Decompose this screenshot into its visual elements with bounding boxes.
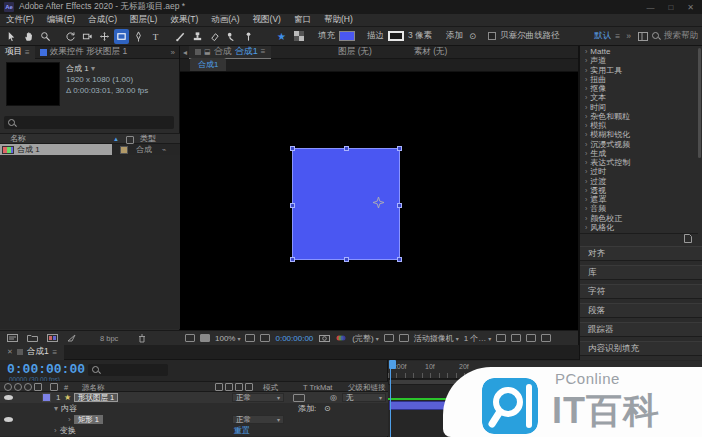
- trash-icon[interactable]: [136, 334, 148, 343]
- magnification-select[interactable]: 100%▾: [215, 334, 240, 343]
- pen-tool-icon[interactable]: [131, 29, 146, 44]
- primary-viewer-icon[interactable]: [200, 334, 210, 342]
- column-trkmat[interactable]: T TrkMat: [303, 383, 332, 392]
- tab-composition[interactable]: ⬓ 合成 合成1 ≡: [189, 46, 271, 59]
- layer-label-chip[interactable]: [42, 393, 51, 402]
- expander-icon[interactable]: ›: [585, 94, 587, 101]
- anchor-point-icon[interactable]: [372, 196, 385, 209]
- effects-category[interactable]: ›实用工具: [580, 66, 698, 75]
- expander-icon[interactable]: ›: [68, 415, 71, 424]
- expander-icon[interactable]: ›: [585, 178, 587, 185]
- effects-category[interactable]: ›风格化: [580, 223, 698, 232]
- tab-layer[interactable]: 图层 (无): [333, 46, 377, 59]
- parent-select[interactable]: 无▾: [342, 393, 386, 402]
- rectangle-tool-icon[interactable]: [114, 29, 129, 44]
- column-type[interactable]: 类型: [140, 133, 156, 144]
- menu-item[interactable]: 文件(F): [6, 14, 34, 26]
- playhead-line[interactable]: [390, 360, 391, 437]
- exposure-icon[interactable]: [541, 334, 551, 342]
- flowchart-button-icon[interactable]: [526, 334, 536, 342]
- panel-menu-icon[interactable]: ≡: [25, 48, 30, 57]
- panel-menu-icon[interactable]: ≡: [53, 348, 58, 357]
- expander-icon[interactable]: ›: [585, 196, 587, 203]
- timeline-search-input[interactable]: [88, 364, 168, 376]
- eye-icon[interactable]: [4, 395, 13, 400]
- mask-visibility-icon[interactable]: [260, 334, 270, 342]
- menu-item[interactable]: 效果(T): [170, 14, 198, 26]
- new-folder-icon[interactable]: [26, 334, 38, 343]
- tab-footage[interactable]: 素材 (无): [409, 46, 453, 59]
- viewer-timecode[interactable]: 0:00:00:00: [275, 334, 313, 343]
- trkmat-select[interactable]: [293, 394, 305, 402]
- timeline-button-icon[interactable]: [511, 334, 521, 342]
- viewer-lock-icon[interactable]: ⬓: [204, 48, 211, 56]
- menu-item[interactable]: 视图(V): [253, 14, 281, 26]
- expander-icon[interactable]: ›: [585, 205, 587, 212]
- puppet-pin-tool-icon[interactable]: [241, 29, 256, 44]
- snapshot-camera-icon[interactable]: [318, 334, 330, 343]
- quality-column-icon[interactable]: [235, 383, 243, 391]
- motion-blur-star-icon[interactable]: ★: [274, 29, 289, 44]
- playhead-handle[interactable]: [389, 360, 396, 369]
- tab-project[interactable]: 项目≡: [0, 46, 35, 59]
- selection-tool-icon[interactable]: [4, 29, 19, 44]
- effects-category[interactable]: ›杂色和颗粒: [580, 112, 698, 121]
- project-item-name-cell[interactable]: 合成 1: [0, 144, 112, 155]
- scrollbar-thumb[interactable]: [698, 48, 701, 158]
- collapse-column-icon[interactable]: [225, 383, 233, 391]
- label-color-chip[interactable]: [120, 146, 128, 154]
- column-number[interactable]: #: [64, 383, 68, 392]
- rect-blend-mode-select[interactable]: 正常▾: [232, 415, 284, 424]
- fill-color-swatch[interactable]: [339, 31, 355, 41]
- transparency-grid-icon[interactable]: [291, 29, 306, 44]
- collapsed-panel-header[interactable]: 对齐: [580, 246, 702, 261]
- comp-info-name[interactable]: 合成 1: [66, 64, 89, 73]
- collapsed-panel-header[interactable]: 段落: [580, 303, 702, 318]
- brush-tool-icon[interactable]: [173, 29, 188, 44]
- workspace-tab-default[interactable]: 默认: [594, 30, 611, 42]
- current-timecode[interactable]: 0:00:00:00: [7, 362, 85, 377]
- collapsed-panel-header[interactable]: 库: [580, 265, 702, 280]
- expander-icon[interactable]: ▾: [54, 404, 58, 413]
- expander-icon[interactable]: ›: [54, 426, 57, 435]
- selection-handle[interactable]: [397, 146, 402, 151]
- expander-icon[interactable]: ›: [585, 104, 587, 111]
- collapsed-panel-header[interactable]: 字符: [580, 284, 702, 299]
- layer-row-shape-layer[interactable]: 1 ★ 形状图层 1 正常▾ ◎ 无▾: [0, 392, 388, 403]
- fx-column-icon[interactable]: [245, 383, 253, 391]
- menu-item[interactable]: 动画(A): [211, 14, 239, 26]
- menu-item[interactable]: 帮助(H): [324, 14, 353, 26]
- zoom-tool-icon[interactable]: [38, 29, 53, 44]
- collapsed-panel-header[interactable]: 跟踪器: [580, 322, 702, 337]
- workspace-icon[interactable]: [635, 29, 650, 44]
- expander-icon[interactable]: ›: [585, 76, 587, 83]
- project-empty-area[interactable]: [0, 155, 180, 329]
- expander-icon[interactable]: ›: [585, 215, 587, 222]
- effects-category[interactable]: ›遮罩: [580, 195, 698, 204]
- effects-category[interactable]: ›文本: [580, 93, 698, 102]
- interpret-footage-icon[interactable]: [6, 334, 18, 343]
- panel-menu-icon[interactable]: ≡: [261, 47, 266, 56]
- maximize-button[interactable]: □: [668, 3, 673, 12]
- project-flowchart-icon[interactable]: [66, 334, 78, 343]
- sort-arrow-icon[interactable]: ▲: [113, 136, 119, 142]
- video-column-icon[interactable]: [4, 383, 12, 391]
- resolution-select[interactable]: (完整)▾: [352, 333, 378, 344]
- solo-column-icon[interactable]: [24, 383, 32, 391]
- stroke-color-swatch[interactable]: [388, 31, 404, 41]
- layer-name-input[interactable]: 形状图层 1: [74, 393, 118, 402]
- expander-icon[interactable]: ›: [585, 224, 587, 231]
- camera-select[interactable]: 活动摄像机▾: [414, 333, 459, 344]
- grid-guides-icon[interactable]: [496, 334, 506, 342]
- rectangle-name[interactable]: 矩形 1: [74, 415, 103, 424]
- expander-icon[interactable]: ›: [585, 168, 587, 175]
- effects-category[interactable]: ›模糊和锐化: [580, 130, 698, 139]
- selection-handle[interactable]: [290, 203, 295, 208]
- label-column-icon[interactable]: [126, 136, 134, 144]
- view-layout-select[interactable]: 1 个…▾: [464, 333, 492, 344]
- tab-effect-controls[interactable]: 效果控件 形状图层 1: [35, 46, 132, 59]
- blend-mode-select[interactable]: 正常▾: [232, 393, 284, 402]
- transparency-grid-toggle-icon[interactable]: [399, 334, 409, 342]
- transform-group-row[interactable]: › 变换 重置: [0, 425, 388, 436]
- expander-icon[interactable]: ›: [585, 67, 587, 74]
